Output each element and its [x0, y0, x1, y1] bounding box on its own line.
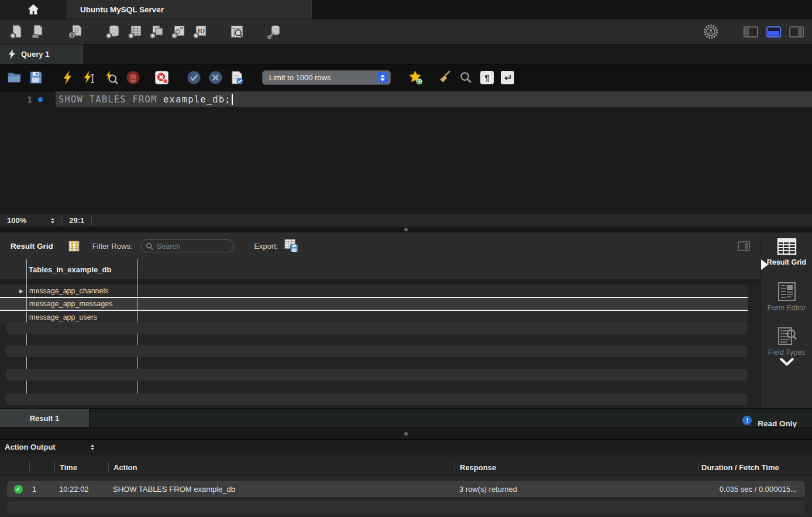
- statement-marker-dot: [38, 97, 43, 102]
- commit-icon[interactable]: [187, 70, 201, 85]
- readonly-indicator: ! Read Only: [742, 412, 797, 427]
- new-schema-icon[interactable]: [105, 23, 121, 40]
- rollback-icon[interactable]: [208, 70, 223, 85]
- splitter-grip-icon: [404, 432, 408, 436]
- result-tab-label: Result 1: [30, 414, 60, 423]
- grid-column-header[interactable]: Tables_in_example_db: [26, 265, 137, 274]
- result-grid-icon: [776, 237, 797, 256]
- new-procedure-icon[interactable]: [170, 23, 186, 40]
- result-grid[interactable]: Tables_in_example_db ▶ message_app_chann…: [0, 259, 761, 408]
- readonly-label: Read Only: [758, 419, 797, 427]
- form-editor-icon: [776, 282, 797, 302]
- sidebar-item-result-grid[interactable]: Result Grid: [766, 237, 808, 266]
- toggle-stop-on-error-icon[interactable]: [154, 70, 169, 85]
- query-tabstrip: Query 1: [0, 44, 812, 64]
- cell-table-name[interactable]: message_app_users: [26, 313, 137, 321]
- tab-result-1[interactable]: Result 1: [0, 409, 90, 427]
- new-query-tab-icon[interactable]: [8, 23, 25, 40]
- col-response[interactable]: Response: [455, 462, 698, 473]
- show-invisibles-icon[interactable]: ¶: [480, 71, 494, 84]
- toggle-right-sidebar-icon[interactable]: [789, 26, 804, 37]
- horizontal-splitter-top[interactable]: [0, 227, 812, 232]
- beautify-icon[interactable]: [437, 70, 452, 85]
- editor-statusbar: 100% 29:1: [0, 214, 812, 227]
- cell-duration: 0.035 sec / 0.000015...: [698, 485, 805, 494]
- sql-editor[interactable]: 1 SHOW TABLES FROM example_db;: [0, 91, 812, 214]
- code-text[interactable]: SHOW TABLES FROM example_db;: [56, 91, 812, 107]
- grid-row-users[interactable]: message_app_users: [0, 311, 748, 323]
- inspector-icon[interactable]: [67, 23, 84, 40]
- cell-action: SHOW TABLES FROM example_db: [108, 485, 455, 494]
- grid-row-messages[interactable]: message_app_messages: [0, 297, 748, 311]
- grid-header-gutter: [0, 259, 26, 279]
- row-limit-dropdown[interactable]: Limit to 1000 rows: [262, 70, 391, 85]
- notifications-gear-icon[interactable]: [703, 23, 719, 40]
- collapse-right-sidebar-icon[interactable]: [738, 241, 750, 251]
- toggle-wrap-icon[interactable]: [501, 71, 514, 84]
- tab-query-1[interactable]: Query 1: [0, 44, 83, 64]
- save-icon[interactable]: [29, 70, 43, 85]
- main-toolbar: f(): [0, 19, 812, 44]
- col-duration[interactable]: Duration / Fetch Time: [698, 462, 812, 473]
- execute-icon[interactable]: [61, 70, 75, 85]
- action-output-title: Action Output: [5, 443, 56, 451]
- action-output-header-row: Time Action Response Duration / Fetch Ti…: [0, 459, 812, 476]
- sidebar-item-label: Form Editor: [768, 304, 806, 312]
- tabbar-empty-area: [312, 0, 812, 19]
- new-table-icon[interactable]: [126, 23, 143, 40]
- export-recordset-icon[interactable]: [284, 239, 299, 253]
- grid-columns-icon[interactable]: [68, 241, 80, 252]
- export-label: Export:: [254, 242, 278, 251]
- find-icon[interactable]: [459, 70, 473, 85]
- search-input[interactable]: [156, 242, 221, 251]
- toggle-left-sidebar-icon[interactable]: [744, 26, 758, 37]
- save-snippet-icon[interactable]: [408, 70, 423, 85]
- result-grid-toolbar: Result Grid Filter Rows: Export:: [0, 232, 761, 259]
- new-view-icon[interactable]: [148, 23, 164, 40]
- current-row-arrow-icon: ▶: [19, 288, 23, 294]
- search-table-data-icon[interactable]: [229, 23, 245, 40]
- query-bolt-icon: [8, 49, 16, 59]
- col-action[interactable]: Action: [108, 462, 455, 473]
- grid-row-channels[interactable]: ▶ message_app_channels: [0, 285, 748, 297]
- connection-tab[interactable]: Ubuntu MySQL Server: [67, 0, 312, 19]
- toggle-bottom-panel-icon[interactable]: [766, 26, 781, 37]
- col-time[interactable]: Time: [54, 462, 108, 473]
- sidebar-item-form-editor[interactable]: Form Editor: [766, 282, 808, 312]
- home-tab[interactable]: [0, 0, 67, 19]
- line-number: 1: [27, 95, 32, 104]
- query-tab-label: Query 1: [21, 50, 49, 59]
- sidebar-item-field-types[interactable]: Field Types: [766, 326, 808, 357]
- toggle-autocommit-icon[interactable]: [230, 70, 245, 85]
- cell-response: 3 row(s) returned: [455, 485, 698, 494]
- filter-search-field[interactable]: [140, 239, 234, 252]
- search-icon: [146, 242, 153, 250]
- new-function-icon[interactable]: f(): [191, 23, 208, 40]
- open-script-icon[interactable]: [30, 23, 46, 40]
- zoom-stepper-icon[interactable]: [51, 218, 54, 224]
- cell-table-name[interactable]: message_app_messages: [26, 300, 137, 308]
- row-marker: ▶: [0, 288, 26, 294]
- sidebar-item-label: Result Grid: [767, 258, 806, 266]
- editor-gutter: 1: [0, 91, 56, 107]
- col-index: [29, 462, 54, 473]
- query-toolbar: Limit to 1000 rows ¶: [0, 64, 812, 91]
- output-selector-stepper-icon[interactable]: [91, 444, 94, 450]
- readonly-info-icon[interactable]: !: [742, 416, 752, 425]
- svg-text:f(): f(): [198, 28, 205, 34]
- sql-identifier: example_db;: [163, 94, 231, 105]
- filter-rows-label: Filter Rows:: [92, 242, 133, 251]
- cell-table-name[interactable]: message_app_channels: [26, 287, 137, 295]
- sidebar-item-label: Field Types: [768, 348, 806, 357]
- database-tools-icon[interactable]: [266, 23, 283, 40]
- sidebar-more-chevron[interactable]: [779, 358, 794, 368]
- code-line-1[interactable]: 1 SHOW TABLES FROM example_db;: [0, 91, 812, 107]
- stop-icon[interactable]: [126, 70, 140, 85]
- execute-current-statement-icon[interactable]: [82, 70, 97, 85]
- horizontal-splitter-bottom[interactable]: [0, 427, 812, 439]
- action-output-row[interactable]: ✓ 1 10:22:02 SHOW TABLES FROM example_db…: [7, 481, 805, 497]
- success-check-icon: ✓: [14, 485, 23, 494]
- open-file-icon[interactable]: [7, 70, 22, 85]
- chevron-down-icon: [779, 358, 794, 367]
- explain-icon[interactable]: [104, 70, 119, 85]
